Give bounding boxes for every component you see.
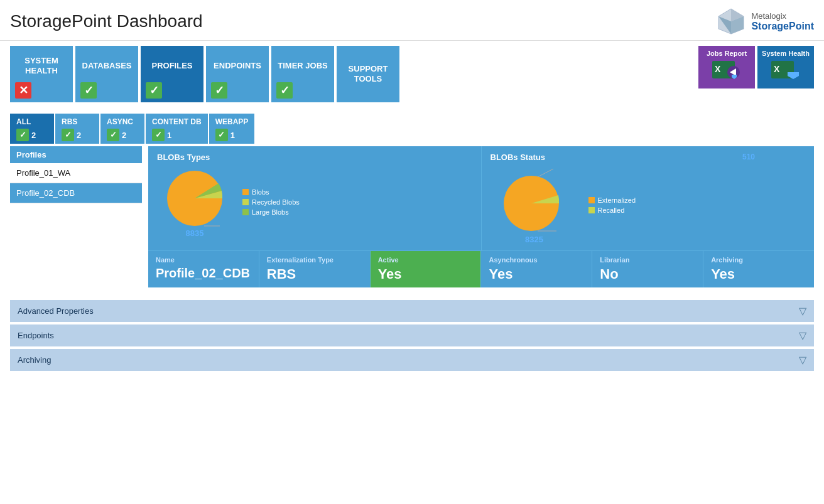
collapsible-archiving[interactable]: Archiving ▽ [10, 349, 814, 371]
logo-icon [716, 6, 746, 36]
blobs-status-panel: BLOBs Status 510 [482, 146, 815, 250]
profiles-panel: Profiles Profile_01_WA Profile_02_CDB [10, 146, 142, 287]
collapsible-label: Advanced Properties [18, 306, 94, 316]
legend-label: Recalled [598, 206, 625, 214]
filter-check-icon: ✓ [215, 129, 228, 141]
jobs-report-icon: X [711, 60, 742, 85]
legend-item: Large Blobs [242, 208, 300, 216]
filter-bar: ALL ✓ 2 RBS ✓ 2 ASYNC ✓ 2 CONTENT DB ✓ 1… [0, 107, 824, 146]
filter-count: 1 [230, 131, 235, 140]
nav-tile-system-health[interactable]: SYSTEM HEALTH ✕ [10, 46, 73, 102]
filter-tab-webapp[interactable]: WEBAPP ✓ 1 [209, 114, 255, 144]
filter-check-icon: ✓ [152, 129, 165, 141]
nav-tile-label: SYSTEM HEALTH [14, 52, 69, 80]
filter-check-icon: ✓ [62, 129, 74, 141]
profiles-header: Profiles [10, 146, 142, 163]
detail-librarian-value: No [600, 266, 695, 282]
report-buttons: Jobs Report X System Health X [698, 46, 814, 88]
nav-tile-endpoints[interactable]: ENDPOINTS ✓ [206, 46, 269, 102]
blobs-types-total: 8835 [186, 228, 204, 238]
jobs-report-label: Jobs Report [707, 50, 747, 57]
nav-tile-label: SUPPORT TOOLS [340, 52, 396, 96]
filter-tab-content-db[interactable]: CONTENT DB ✓ 1 [146, 114, 208, 144]
blobs-status-chart: 8325 [491, 166, 578, 244]
blobs-status-content: 8325 Externalized Recalled [491, 166, 806, 244]
legend-item: Externalized [588, 196, 636, 204]
nav-tile-label: TIMER JOBS [278, 52, 327, 80]
detail-active: Active Yes [371, 251, 482, 287]
legend-label: Recycled Blobs [252, 198, 300, 206]
check-icon: ✓ [211, 82, 227, 99]
system-health-report-button[interactable]: System Health X [757, 46, 814, 88]
collapsible-advanced-properties[interactable]: Advanced Properties ▽ [10, 300, 814, 322]
legend-item: Recalled [588, 206, 636, 214]
page-title: StoragePoint Dashboard [10, 11, 203, 31]
nav-tile-profiles[interactable]: PROFILES ✓ [141, 46, 203, 102]
legend-label: Large Blobs [252, 208, 289, 216]
filter-tab-bottom: ✓ 2 [107, 129, 126, 141]
blobs-status-title: BLOBs Status [491, 153, 545, 162]
blobs-status-top-label: 510 [742, 153, 755, 161]
list-item[interactable]: Profile_01_WA [10, 163, 142, 183]
collapsible-endpoints[interactable]: Endpoints ▽ [10, 324, 814, 346]
check-icon: ✓ [276, 82, 293, 99]
blobs-types-legend: Blobs Recycled Blobs Large Blobs [242, 188, 300, 216]
svg-text:X: X [774, 64, 780, 74]
charts-area: BLOBs Types 8835 [148, 146, 814, 287]
filter-tab-async[interactable]: ASYNC ✓ 2 [100, 114, 144, 144]
blobs-status-header: BLOBs Status 510 [491, 153, 806, 166]
logo-text: Metalogix StoragePoint [751, 11, 814, 32]
filter-count: 2 [31, 131, 36, 140]
chevron-down-icon: ▽ [799, 305, 806, 317]
filter-count: 1 [167, 131, 171, 140]
blobs-types-svg [157, 166, 232, 228]
blobs-types-panel: BLOBs Types 8835 [148, 146, 482, 250]
chevron-down-icon: ▽ [799, 330, 806, 341]
nav-tile-status [340, 96, 396, 99]
nav-tile-timer-jobs[interactable]: TIMER JOBS ✓ [271, 46, 334, 102]
nav-tile-status: ✓ [275, 80, 330, 99]
detail-archiving-label: Archiving [711, 256, 806, 264]
blobs-status-legend: Externalized Recalled [588, 196, 636, 214]
filter-tab-all[interactable]: ALL ✓ 2 [10, 114, 54, 144]
filter-tab-label: WEBAPP [215, 117, 249, 126]
nav-tile-databases[interactable]: DATABASES ✓ [75, 46, 138, 102]
check-icon: ✓ [80, 82, 97, 99]
filter-tab-label: ALL [16, 117, 31, 126]
filter-tab-bottom: ✓ 1 [215, 129, 235, 141]
legend-label: Externalized [598, 196, 636, 204]
detail-async: Asynchronous Yes [481, 251, 592, 287]
list-item[interactable]: Profile_02_CDB [10, 183, 142, 203]
filter-check-icon: ✓ [107, 129, 119, 141]
nav-tile-label: ENDPOINTS [214, 52, 261, 80]
detail-active-label: Active [378, 256, 474, 264]
legend-color [588, 197, 595, 203]
detail-librarian: Librarian No [592, 251, 703, 287]
detail-active-value: Yes [378, 266, 474, 282]
system-health-report-label: System Health [762, 50, 810, 57]
filter-count: 2 [77, 131, 81, 140]
legend-label: Blobs [252, 188, 269, 196]
detail-name-value: Profile_02_CDB [156, 266, 251, 281]
collapsible-label: Endpoints [18, 331, 54, 340]
filter-tab-bottom: ✓ 2 [16, 129, 36, 141]
nav-tile-status: ✓ [210, 80, 265, 99]
filter-check-icon: ✓ [16, 129, 29, 141]
nav-tile-status: ✓ [79, 80, 134, 99]
nav-tile-label: PROFILES [151, 52, 192, 80]
detail-async-label: Asynchronous [489, 256, 584, 264]
main-content: Profiles Profile_01_WA Profile_02_CDB BL… [0, 146, 824, 294]
blobs-types-title: BLOBs Types [157, 153, 472, 162]
legend-item: Blobs [242, 188, 300, 196]
nav-tile-support-tools[interactable]: SUPPORT TOOLS [337, 46, 399, 102]
legend-color [242, 209, 249, 215]
legend-item: Recycled Blobs [242, 198, 300, 206]
svg-line-17 [538, 169, 553, 177]
filter-tab-rbs[interactable]: RBS ✓ 2 [55, 114, 99, 144]
jobs-report-button[interactable]: Jobs Report X [698, 46, 755, 88]
collapsible-label: Archiving [18, 355, 51, 365]
legend-color [588, 207, 595, 213]
nav-tiles: SYSTEM HEALTH ✕ DATABASES ✓ PROFILES ✓ E… [10, 46, 399, 102]
detail-archiving-value: Yes [711, 266, 806, 282]
detail-ext-type-label: Externalization Type [267, 256, 362, 264]
